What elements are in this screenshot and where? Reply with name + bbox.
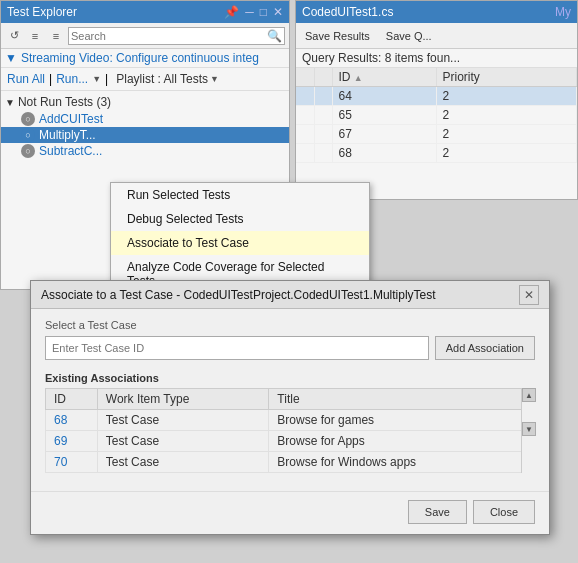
tree-item-label: MultiplyT... (39, 128, 96, 142)
table-row[interactable]: 65 2 (296, 106, 577, 125)
save-button[interactable]: Save (408, 500, 467, 524)
col-link (314, 68, 332, 87)
codeui-titlebar: CodedUITest1.cs My (296, 1, 577, 23)
row-check (296, 106, 314, 125)
assoc-row[interactable]: 68 Test Case Browse for games (46, 410, 535, 431)
assoc-id: 70 (46, 452, 98, 473)
context-run[interactable]: Run Selected Tests (111, 183, 369, 207)
modal-title: Associate to a Test Case - CodedUITestPr… (41, 288, 436, 302)
codeui-panel: CodedUITest1.cs My Save Results Save Q..… (295, 0, 578, 200)
scroll-down-button[interactable]: ▼ (522, 422, 536, 436)
assoc-id: 69 (46, 431, 98, 452)
titlebar-left: Test Explorer (7, 5, 77, 19)
save-q-btn[interactable]: Save Q... (381, 28, 437, 44)
search-input[interactable] (71, 30, 267, 42)
playlist-button[interactable]: Playlist : All Tests ▼ (112, 70, 223, 88)
table-row[interactable]: 68 2 (296, 144, 577, 163)
row-priority: 2 (436, 87, 577, 106)
test-explorer-titlebar: Test Explorer 📌 ─ □ ✕ (1, 1, 289, 23)
minimize-icon[interactable]: ─ (245, 5, 254, 19)
run-chevron[interactable]: ▼ (92, 74, 101, 84)
col-checkbox (296, 68, 314, 87)
context-associate[interactable]: Associate to Test Case (111, 231, 369, 255)
tree-item-label: AddCUITest (39, 112, 103, 126)
modal-close-button[interactable]: ✕ (519, 285, 539, 305)
assoc-col-id[interactable]: ID (46, 389, 98, 410)
row-check (296, 125, 314, 144)
titlebar-controls: 📌 ─ □ ✕ (224, 5, 283, 19)
sort-arrow: ▲ (354, 73, 363, 83)
save-results-btn[interactable]: Save Results (300, 28, 375, 44)
group-icon[interactable]: ≡ (26, 27, 44, 45)
selected-icon: ○ (21, 128, 35, 142)
scroll-up-button[interactable]: ▲ (522, 388, 536, 402)
close-button[interactable]: Close (473, 500, 535, 524)
search-box[interactable]: 🔍 (68, 27, 285, 45)
row-id: 64 (332, 87, 436, 106)
maximize-icon[interactable]: □ (260, 5, 267, 19)
tree-item-multiply[interactable]: ○ MultiplyT... (1, 127, 289, 143)
run-all-link[interactable]: Run All (7, 72, 45, 86)
refresh-icon[interactable]: ↺ (5, 27, 23, 45)
codeui-toolbar: Save Results Save Q... (296, 23, 577, 49)
row-priority: 2 (436, 125, 577, 144)
row-link (314, 125, 332, 144)
tree-item-subtract[interactable]: ○ SubtractC... (1, 143, 289, 159)
row-check (296, 87, 314, 106)
modal-dialog: Associate to a Test Case - CodedUITestPr… (30, 280, 550, 535)
run-link[interactable]: Run... (56, 72, 88, 86)
tree-item-label: SubtractC... (39, 144, 102, 158)
playlist-chevron: ▼ (210, 74, 219, 84)
assoc-id-link[interactable]: 70 (54, 455, 67, 469)
test-case-id-input[interactable] (45, 336, 429, 360)
search-icon: 🔍 (267, 29, 282, 43)
modal-footer: Save Close (31, 491, 549, 534)
query-results-text: Query Results: 8 items foun... (302, 51, 460, 65)
group-label: Not Run Tests (3) (18, 95, 111, 109)
assoc-id: 68 (46, 410, 98, 431)
sep1: | (49, 72, 52, 86)
select-label: Select a Test Case (45, 319, 535, 331)
test-case-row: Add Association (45, 336, 535, 360)
tree-group-not-run: ▼ Not Run Tests (3) (1, 93, 289, 111)
query-results-bar: Query Results: 8 items foun... (296, 49, 577, 68)
assoc-row[interactable]: 70 Test Case Browse for Windows apps (46, 452, 535, 473)
streaming-label: Streaming Video: Configure continuous in… (21, 51, 259, 65)
codeui-tab-suffix: My (555, 5, 571, 19)
associations-table: ID Work Item Type Title 68 Test Case Bro… (45, 388, 535, 473)
col-id[interactable]: ID ▲ (332, 68, 436, 87)
assoc-type: Test Case (97, 410, 269, 431)
assoc-row[interactable]: 69 Test Case Browse for Apps (46, 431, 535, 452)
assoc-col-type[interactable]: Work Item Type (97, 389, 269, 410)
not-run-icon: ○ (21, 112, 35, 126)
table-row[interactable]: 67 2 (296, 125, 577, 144)
tree-item-addcui[interactable]: ○ AddCUITest (1, 111, 289, 127)
row-id: 67 (332, 125, 436, 144)
table-row[interactable]: 64 2 (296, 87, 577, 106)
scroll-track: ▲ ▼ (521, 388, 535, 473)
group-arrow: ▼ (5, 97, 15, 108)
row-priority: 2 (436, 144, 577, 163)
codeui-title: CodedUITest1.cs (302, 5, 393, 19)
close-icon[interactable]: ✕ (273, 5, 283, 19)
assoc-id-link[interactable]: 68 (54, 413, 67, 427)
scrollbar-area: ID Work Item Type Title 68 Test Case Bro… (45, 388, 535, 473)
context-debug[interactable]: Debug Selected Tests (111, 207, 369, 231)
modal-body: Select a Test Case Add Association Exist… (31, 309, 549, 491)
te-actions-bar: Run All | Run... ▼ | Playlist : All Test… (1, 68, 289, 91)
assoc-title: Browse for Apps (269, 431, 535, 452)
streaming-item[interactable]: ▼ Streaming Video: Configure continuous … (1, 49, 289, 68)
results-table: ID ▲ Priority 64 2 65 2 67 2 (296, 68, 577, 163)
row-id: 68 (332, 144, 436, 163)
add-association-button[interactable]: Add Association (435, 336, 535, 360)
pin-icon[interactable]: 📌 (224, 5, 239, 19)
assoc-col-title[interactable]: Title (269, 389, 535, 410)
test-explorer-toolbar: ↺ ≡ ≡ 🔍 (1, 23, 289, 49)
not-run-icon-2: ○ (21, 144, 35, 158)
assoc-type: Test Case (97, 431, 269, 452)
assoc-id-link[interactable]: 69 (54, 434, 67, 448)
filter-icon[interactable]: ≡ (47, 27, 65, 45)
row-priority: 2 (436, 106, 577, 125)
col-priority[interactable]: Priority (436, 68, 577, 87)
playlist-label: Playlist : All Tests (116, 72, 208, 86)
